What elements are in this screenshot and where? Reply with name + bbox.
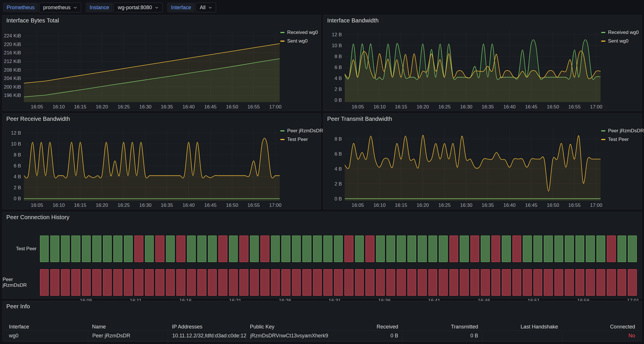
status-bar-disconnected[interactable] xyxy=(155,236,164,262)
status-bar-disconnected[interactable] xyxy=(50,269,59,296)
status-bar-disconnected[interactable] xyxy=(92,269,101,296)
status-bar-connected[interactable] xyxy=(407,236,416,262)
status-bar-connected[interactable] xyxy=(334,236,343,262)
status-bar-connected[interactable] xyxy=(103,236,112,262)
status-bar-disconnected[interactable] xyxy=(481,269,489,296)
status-bar-disconnected[interactable] xyxy=(586,269,595,296)
status-bar-connected[interactable] xyxy=(523,236,531,262)
status-bar-connected[interactable] xyxy=(302,236,311,262)
status-bar-connected[interactable] xyxy=(597,236,605,262)
status-bar-disconnected[interactable] xyxy=(229,269,238,296)
status-bar-disconnected[interactable] xyxy=(491,236,500,262)
status-bar-disconnected[interactable] xyxy=(250,269,259,296)
status-bar-disconnected[interactable] xyxy=(218,269,227,296)
status-bar-connected[interactable] xyxy=(281,236,290,262)
status-bar-disconnected[interactable] xyxy=(628,269,637,296)
status-bar-connected[interactable] xyxy=(292,236,301,262)
panel-title[interactable]: Peer Receive Bandwidth xyxy=(3,114,321,124)
status-bar-disconnected[interactable] xyxy=(428,269,437,296)
status-bar-connected[interactable] xyxy=(460,236,468,262)
status-bar-disconnected[interactable] xyxy=(470,236,479,262)
status-bar-disconnected[interactable] xyxy=(124,269,133,296)
status-bar-disconnected[interactable] xyxy=(166,269,175,296)
status-bar-disconnected[interactable] xyxy=(470,269,479,296)
status-bar-disconnected[interactable] xyxy=(386,269,395,296)
legend-item[interactable]: Test Peer xyxy=(280,137,318,142)
status-bar-connected[interactable] xyxy=(166,236,175,262)
status-bar-connected[interactable] xyxy=(61,236,70,262)
status-bar-disconnected[interactable] xyxy=(418,269,426,296)
status-bar-disconnected[interactable] xyxy=(439,269,447,296)
variable-select-interface[interactable]: All xyxy=(196,3,216,12)
table-column-header[interactable]: Last Handshake xyxy=(482,323,562,330)
status-bar-disconnected[interactable] xyxy=(281,269,290,296)
status-bar-disconnected[interactable] xyxy=(512,269,521,296)
legend-item[interactable]: Received wg0 xyxy=(280,30,318,35)
status-bar-disconnected[interactable] xyxy=(61,269,70,296)
panel-title[interactable]: Interface Bytes Total xyxy=(3,15,321,26)
legend-item[interactable]: Test Peer xyxy=(601,137,639,142)
status-bar-connected[interactable] xyxy=(124,236,133,262)
status-bar-connected[interactable] xyxy=(197,236,206,262)
status-bar-disconnected[interactable] xyxy=(523,269,531,296)
status-bar-disconnected[interactable] xyxy=(502,269,510,296)
status-bar-connected[interactable] xyxy=(565,236,573,262)
table-column-header[interactable]: Received xyxy=(328,323,402,330)
status-bar-connected[interactable] xyxy=(376,236,385,262)
status-bar-disconnected[interactable] xyxy=(82,269,91,296)
status-bar-disconnected[interactable] xyxy=(197,269,206,296)
legend-item[interactable]: Peer jRzmDsDR xyxy=(280,128,318,134)
status-bar-disconnected[interactable] xyxy=(607,269,616,296)
status-bar-connected[interactable] xyxy=(71,236,80,262)
status-bar-disconnected[interactable] xyxy=(187,269,196,296)
status-bar-disconnected[interactable] xyxy=(365,236,374,262)
status-bar-disconnected[interactable] xyxy=(323,269,332,296)
status-bar-disconnected[interactable] xyxy=(618,269,626,296)
status-bar-disconnected[interactable] xyxy=(449,236,458,262)
status-bar-disconnected[interactable] xyxy=(565,269,573,296)
status-bar-disconnected[interactable] xyxy=(397,269,405,296)
table-column-header[interactable]: IP Addresses xyxy=(168,323,246,330)
status-bar-connected[interactable] xyxy=(92,236,101,262)
status-bar-connected[interactable] xyxy=(586,236,595,262)
status-bar-disconnected[interactable] xyxy=(344,236,353,262)
status-bar-connected[interactable] xyxy=(439,236,447,262)
status-bar-disconnected[interactable] xyxy=(208,269,217,296)
status-bar-connected[interactable] xyxy=(534,236,542,262)
status-bar-disconnected[interactable] xyxy=(544,269,552,296)
status-bar-connected[interactable] xyxy=(271,236,280,262)
panel-title[interactable]: Interface Bandwidth xyxy=(323,15,641,26)
status-bar-disconnected[interactable] xyxy=(302,269,311,296)
table-column-header[interactable]: Connected xyxy=(562,323,639,330)
status-bar-disconnected[interactable] xyxy=(113,269,122,296)
status-bar-disconnected[interactable] xyxy=(576,269,584,296)
status-bar-disconnected[interactable] xyxy=(313,269,322,296)
legend-item[interactable]: Sent wg0 xyxy=(280,38,318,44)
status-bar-disconnected[interactable] xyxy=(597,269,605,296)
table-column-header[interactable]: Interface xyxy=(5,323,88,330)
status-bar-disconnected[interactable] xyxy=(449,269,458,296)
status-bar-connected[interactable] xyxy=(208,236,217,262)
status-bar-connected[interactable] xyxy=(187,236,196,262)
legend-item[interactable]: Peer jRzmDsDR xyxy=(601,128,639,134)
status-bar-disconnected[interactable] xyxy=(103,269,112,296)
status-bar-disconnected[interactable] xyxy=(260,269,269,296)
status-bar-disconnected[interactable] xyxy=(334,269,343,296)
status-bar-connected[interactable] xyxy=(323,236,332,262)
status-bar-disconnected[interactable] xyxy=(271,269,280,296)
status-bar-disconnected[interactable] xyxy=(239,269,248,296)
status-bar-disconnected[interactable] xyxy=(134,236,143,262)
legend-item[interactable]: Sent wg0 xyxy=(601,38,639,44)
status-bar-connected[interactable] xyxy=(555,236,563,262)
panel-title[interactable]: Peer Transmit Bandwidth xyxy=(323,114,641,124)
status-bar-connected[interactable] xyxy=(544,236,552,262)
variable-select-prometheus[interactable]: prometheus xyxy=(39,3,81,12)
status-bar-connected[interactable] xyxy=(502,236,510,262)
status-bar-connected[interactable] xyxy=(50,236,59,262)
status-bar-disconnected[interactable] xyxy=(512,236,521,262)
panel-title[interactable]: Peer Connection History xyxy=(3,212,641,222)
status-bar-connected[interactable] xyxy=(428,236,437,262)
status-bar-connected[interactable] xyxy=(113,236,122,262)
status-bar-connected[interactable] xyxy=(313,236,322,262)
status-bar-disconnected[interactable] xyxy=(607,236,616,262)
